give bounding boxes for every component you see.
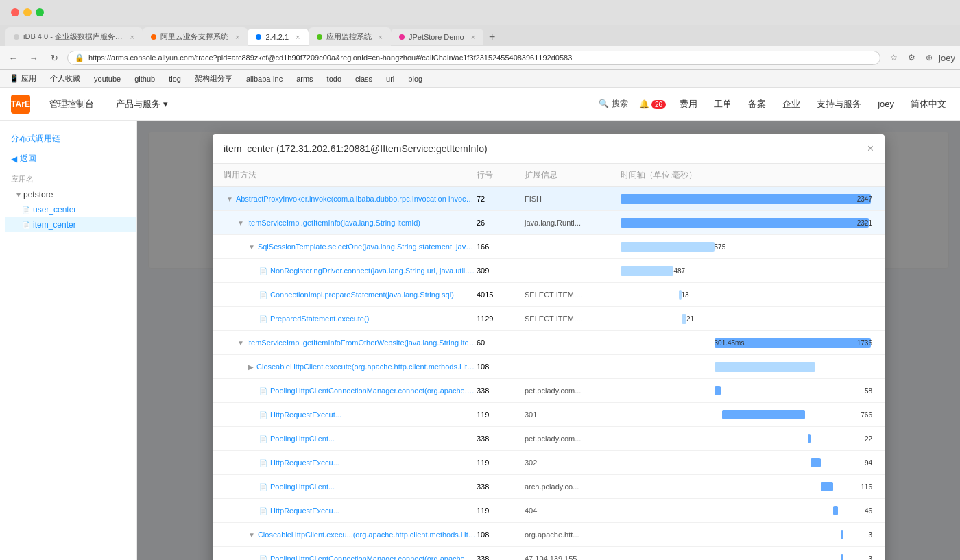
method-name[interactable]: PoolingHttpClientConnectionManager.conne…: [270, 555, 477, 560]
expand-icon[interactable]: ▼: [248, 531, 255, 539]
bookmark-personal[interactable]: 个人收藏: [46, 72, 84, 85]
bookmark-alibaba[interactable]: alibaba-inc: [242, 73, 287, 84]
table-row: 📄 PoolingHttpClientConnectionManager.con…: [213, 379, 885, 403]
timeline-cell: 116: [621, 478, 874, 495]
timeline-bar: [841, 530, 843, 539]
method-name[interactable]: HttpRequestExecut...: [270, 411, 341, 419]
new-tab-btn[interactable]: +: [483, 28, 501, 46]
method-name[interactable]: PoolingHttpClientConnectionManager.conne…: [270, 387, 477, 395]
close-window-btn[interactable]: [11, 8, 19, 16]
nav-products[interactable]: 产品与服务 ▾: [113, 98, 171, 110]
bookmark-todo[interactable]: todo: [323, 73, 346, 84]
tab-current[interactable]: 2.4.2.1 ×: [248, 29, 308, 45]
nav-support[interactable]: 支持与服务: [814, 98, 864, 110]
line-num: 119: [477, 459, 525, 467]
method-name[interactable]: ConnectionImpl.prepareStatement(java.lan…: [270, 291, 454, 299]
sidebar-back-btn[interactable]: ◀ 返回: [0, 149, 136, 169]
minimize-window-btn[interactable]: [23, 8, 32, 16]
nav-enterprise[interactable]: 企业: [780, 98, 803, 110]
table-row: 📄 HttpRequestExecu... 119 302 94: [213, 451, 885, 475]
timeline-bar: [722, 410, 806, 419]
time-value: 46: [865, 507, 872, 515]
method-name[interactable]: ItemServiceImpl.getItemInfo(java.lang.St…: [247, 219, 420, 227]
nav-user[interactable]: joey: [875, 99, 897, 109]
tab-close-icon[interactable]: ×: [296, 33, 300, 41]
bookmark-arch[interactable]: 架构组分享: [191, 72, 237, 85]
bookmark-blog[interactable]: blog: [404, 73, 427, 84]
timeline-cell: 94: [621, 454, 874, 471]
time-value: 13: [682, 291, 689, 299]
method-name[interactable]: PreparedStatement.execute(): [270, 315, 369, 323]
method-name[interactable]: HttpRequestExecu...: [270, 507, 339, 515]
content-area: 分布式调用链 ◀ 返回 应用名 ▾petstore 📄 user_center …: [0, 121, 960, 560]
modal-close-icon[interactable]: ×: [867, 143, 874, 155]
maximize-window-btn[interactable]: [36, 8, 44, 16]
nav-search[interactable]: 🔍 搜索: [599, 98, 627, 110]
back-btn[interactable]: ←: [5, 50, 21, 65]
tab-close-icon[interactable]: ×: [130, 33, 134, 41]
sidebar-item-user-center[interactable]: 📄 user_center: [5, 202, 136, 217]
method-name[interactable]: PoolingHttpClient...: [270, 483, 335, 491]
nav-management[interactable]: 管理控制台: [47, 98, 97, 110]
bookmark-url[interactable]: url: [382, 73, 398, 84]
refresh-btn[interactable]: ↻: [47, 50, 62, 65]
method-name[interactable]: PoolingHttpClient...: [270, 435, 335, 443]
nav-filing[interactable]: 备案: [745, 98, 769, 110]
expand-icon[interactable]: ▼: [248, 243, 255, 251]
method-cell: 📄 HttpRequestExecu...: [224, 507, 477, 515]
file-icon: 📄: [259, 483, 267, 491]
expand-icon[interactable]: ▼: [226, 195, 233, 203]
sidebar-item-item-center[interactable]: 📄 item_center: [5, 217, 136, 232]
bookmark-arms[interactable]: arms: [292, 73, 317, 84]
sidebar-app-petstore[interactable]: ▾petstore: [5, 187, 136, 202]
expand-icon[interactable]: ▶: [248, 363, 254, 371]
method-name[interactable]: CloseableHttpClient.execute(org.apache.h…: [256, 363, 477, 371]
tab-favicon: [399, 34, 405, 40]
method-name[interactable]: ItemServiceImpl.getItemInfoFromOtherWebs…: [247, 339, 477, 347]
tab-aliyun[interactable]: 阿里云业务支撑系统 ×: [143, 27, 248, 46]
nav-billing[interactable]: 费用: [677, 98, 700, 110]
method-name[interactable]: SqlSessionTemplate.selectOne(java.lang.S…: [258, 243, 477, 251]
tab-close-icon[interactable]: ×: [235, 33, 239, 41]
ext-info: pet.pclady.com...: [525, 387, 621, 395]
table-row: 📄 NonRegisteringDriver.connect(java.lang…: [213, 259, 885, 283]
nav-notification[interactable]: 🔔 26: [639, 99, 666, 109]
settings-icon[interactable]: ⚙: [904, 50, 919, 65]
nav-lang[interactable]: 简体中文: [908, 98, 949, 110]
method-name[interactable]: CloseableHttpClient.execu...(org.apache.…: [258, 531, 477, 539]
browser-chrome: iDB 4.0 - 企业级数据库服务平... × 阿里云业务支撑系统 × 2.4…: [0, 0, 960, 88]
tab-close-icon[interactable]: ×: [471, 33, 475, 41]
tab-idb[interactable]: iDB 4.0 - 企业级数据库服务平... ×: [5, 27, 143, 46]
address-bar[interactable]: 🔒 https://arms.console.aliyun.com/trace?…: [67, 51, 880, 65]
timeline-cell: 46: [621, 502, 874, 519]
line-num: 338: [477, 435, 525, 443]
bookmark-apps[interactable]: 📱 应用: [5, 72, 40, 85]
method-name[interactable]: AbstractProxyInvoker.invoke(com.alibaba.…: [236, 195, 477, 203]
col-method: 调用方法: [224, 169, 477, 181]
forward-btn[interactable]: →: [26, 50, 41, 65]
trace-table: 调用方法 行号 扩展信息 时间轴（单位:毫秒） ▼ AbstractProxyI…: [213, 164, 885, 560]
bookmarks-bar: 📱 应用 个人收藏 youtube github tlog 架构组分享 alib…: [0, 70, 960, 88]
method-cell: ▼ CloseableHttpClient.execu...(org.apach…: [224, 531, 477, 539]
method-cell: 📄 PoolingHttpClient...: [224, 435, 477, 443]
bookmark-class[interactable]: class: [351, 73, 376, 84]
lock-icon: 🔒: [75, 53, 84, 62]
bookmark-github[interactable]: github: [130, 73, 159, 84]
bookmark-youtube[interactable]: youtube: [90, 73, 125, 84]
col-timeline: 时间轴（单位:毫秒）: [621, 169, 874, 181]
expand-icon[interactable]: ▼: [237, 339, 244, 347]
method-name[interactable]: NonRegisteringDriver.connect(java.lang.S…: [270, 267, 477, 275]
expand-icon[interactable]: ▼: [237, 219, 244, 227]
account-icon[interactable]: joey: [939, 50, 955, 65]
extensions-icon[interactable]: ⊕: [922, 50, 937, 65]
tab-monitor[interactable]: 应用监控系统 ×: [309, 27, 391, 46]
sidebar-chain-link[interactable]: 分布式调用链: [0, 129, 136, 149]
method-name[interactable]: HttpRequestExecu...: [270, 459, 339, 467]
tab-jpetstore[interactable]: JPetStore Demo ×: [391, 29, 483, 45]
nav-workorder[interactable]: 工单: [711, 98, 734, 110]
bookmark-tlog[interactable]: tlog: [165, 73, 185, 84]
tab-close-icon[interactable]: ×: [379, 33, 383, 41]
browser-tabs-bar: iDB 4.0 - 企业级数据库服务平... × 阿里云业务支撑系统 × 2.4…: [0, 25, 960, 46]
time-value: 94: [865, 459, 872, 467]
bookmark-icon[interactable]: ☆: [886, 50, 901, 65]
